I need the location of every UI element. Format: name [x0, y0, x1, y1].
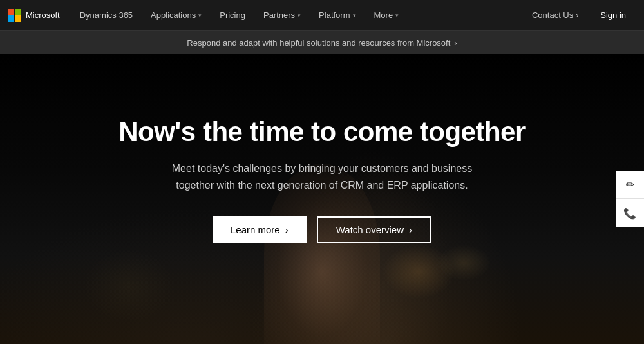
nav-item-platform[interactable]: Platform ▾	[310, 0, 365, 31]
chevron-down-icon: ▾	[298, 12, 301, 19]
hero-title: Now's the time to come together	[118, 117, 526, 148]
arrow-right-icon: ›	[576, 11, 578, 20]
nav-item-dynamics365[interactable]: Dynamics 365	[71, 0, 142, 31]
navbar: Microsoft Dynamics 365 Applications ▾ Pr…	[0, 0, 644, 31]
hero-section: Now's the time to come together Meet tod…	[0, 54, 644, 344]
phone-side-button[interactable]: 📞	[616, 199, 644, 227]
nav-item-more[interactable]: More ▾	[365, 0, 408, 31]
banner-text: Respond and adapt with helpful solutions…	[187, 38, 450, 48]
hero-subtitle: Meet today's challenges by bringing your…	[167, 160, 477, 193]
phone-icon: 📞	[623, 207, 636, 220]
contact-us-link[interactable]: Contact Us ›	[523, 0, 587, 31]
nav-item-pricing[interactable]: Pricing	[211, 0, 254, 31]
chevron-down-icon: ▾	[198, 12, 202, 19]
banner-arrow-icon: ›	[454, 38, 457, 48]
hero-content: Now's the time to come together Meet tod…	[106, 117, 538, 243]
nav-items: Dynamics 365 Applications ▾ Pricing Part…	[71, 0, 523, 31]
edit-side-button[interactable]: ✏	[616, 171, 644, 199]
pencil-icon: ✏	[626, 178, 634, 191]
nav-right: Contact Us › Sign in	[523, 0, 636, 31]
hero-buttons: Learn more › Watch overview ›	[118, 216, 526, 243]
sign-in-button[interactable]: Sign in	[590, 0, 636, 31]
microsoft-logo[interactable]: Microsoft	[8, 9, 68, 22]
watch-overview-button[interactable]: Watch overview ›	[317, 216, 431, 243]
ms-logo-grid	[8, 9, 21, 22]
arrow-right-icon: ›	[285, 224, 289, 235]
nav-item-partners[interactable]: Partners ▾	[254, 0, 310, 31]
ms-wordmark: Microsoft	[26, 10, 60, 20]
arrow-right-icon: ›	[409, 224, 412, 235]
chevron-down-icon: ▾	[353, 12, 356, 19]
side-floating-buttons: ✏ 📞	[616, 171, 644, 227]
nav-item-applications[interactable]: Applications ▾	[142, 0, 211, 31]
learn-more-button[interactable]: Learn more ›	[213, 216, 307, 243]
chevron-down-icon: ▾	[395, 12, 399, 19]
announcement-banner[interactable]: Respond and adapt with helpful solutions…	[0, 31, 644, 54]
